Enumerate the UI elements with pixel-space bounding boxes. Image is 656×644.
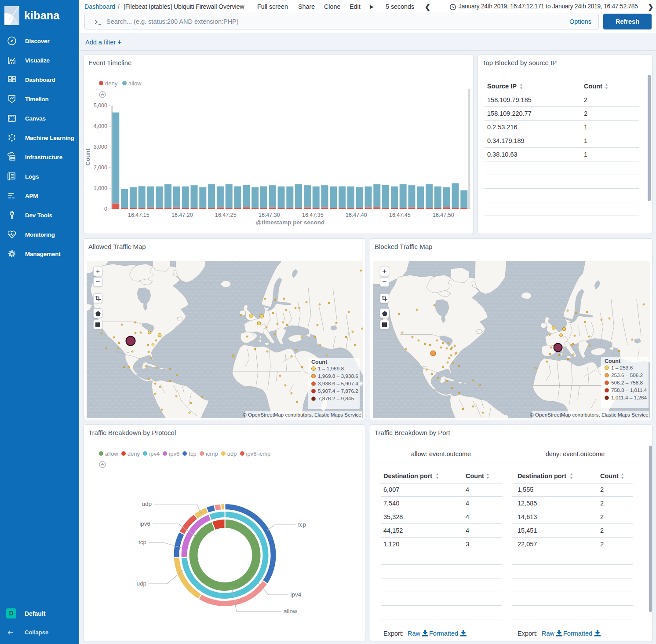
svg-text:Count: Count: [84, 148, 91, 165]
svg-text:0: 0: [104, 206, 107, 212]
svg-text:udp: udp: [142, 501, 152, 507]
svg-text:tcp: tcp: [298, 521, 306, 528]
svg-text:Destination port: Destination port: [383, 472, 432, 479]
svg-text:1,120: 1,120: [383, 541, 399, 548]
svg-text:Destination port: Destination port: [518, 472, 566, 479]
svg-text:Raw: Raw: [408, 630, 421, 637]
svg-text:158.109.79.185: 158.109.79.185: [487, 96, 532, 103]
svg-text:0.34.179.189: 0.34.179.189: [487, 137, 525, 144]
svg-text:253.6 – 506.2: 253.6 – 506.2: [611, 372, 643, 378]
svg-text:1: 1: [584, 124, 587, 131]
svg-text:1,969.8 – 3,938.6: 1,969.8 – 3,938.6: [318, 373, 358, 379]
svg-text:2: 2: [600, 486, 604, 493]
svg-text:Count: Count: [600, 472, 619, 479]
svg-text:6,007: 6,007: [383, 486, 399, 493]
svg-text:Count: Count: [466, 472, 484, 479]
svg-text:Source IP: Source IP: [487, 83, 517, 90]
svg-text:16:47:45: 16:47:45: [389, 212, 411, 218]
svg-text:1: 1: [584, 151, 587, 158]
svg-text:22,057: 22,057: [518, 541, 537, 548]
svg-text:4: 4: [466, 527, 469, 534]
svg-text:7,876.2 – 9,845: 7,876.2 – 9,845: [318, 395, 354, 402]
svg-text:506.2 – 758.8: 506.2 – 758.8: [611, 380, 643, 386]
svg-text:16:47:20: 16:47:20: [171, 212, 193, 218]
svg-text:udp: udp: [136, 580, 146, 587]
svg-text:4,000: 4,000: [94, 123, 107, 129]
svg-text:2: 2: [600, 541, 604, 548]
svg-text:44,152: 44,152: [383, 527, 403, 534]
svg-text:2: 2: [600, 527, 604, 534]
svg-text:Raw: Raw: [542, 630, 555, 637]
svg-text:1,011.4 – 1,264: 1,011.4 – 1,264: [611, 395, 647, 401]
svg-text:Count: Count: [605, 358, 621, 364]
svg-text:5,907.4 – 7,876.2: 5,907.4 – 7,876.2: [318, 388, 358, 394]
svg-text:1 – 1,969.8: 1 – 1,969.8: [318, 366, 344, 372]
svg-text:ipv6: ipv6: [139, 520, 150, 527]
svg-text:Formatted: Formatted: [429, 630, 458, 637]
svg-text:2: 2: [584, 110, 587, 117]
svg-text:@timestamp per second: @timestamp per second: [256, 219, 324, 226]
svg-text:allow: event.outcome: allow: event.outcome: [411, 450, 471, 457]
svg-text:16:47:40: 16:47:40: [346, 212, 367, 218]
svg-text:© OpenStreetMap contributors,: © OpenStreetMap contributors, Elastic Ma…: [243, 412, 361, 417]
svg-text:1: 1: [584, 137, 587, 144]
svg-text:3,938.6 – 5,907.4: 3,938.6 – 5,907.4: [318, 381, 358, 387]
svg-text:allow: allow: [284, 608, 297, 615]
svg-text:1,555: 1,555: [518, 486, 533, 493]
svg-text:Formatted: Formatted: [563, 630, 592, 637]
svg-text:3,000: 3,000: [94, 144, 107, 150]
svg-text:Export:: Export:: [383, 630, 404, 637]
svg-text:158.109.220.77: 158.109.220.77: [487, 110, 532, 117]
svg-text:16:47:35: 16:47:35: [302, 212, 324, 218]
svg-text:Count: Count: [311, 359, 328, 365]
svg-text:Count: Count: [584, 83, 602, 90]
svg-text:7,540: 7,540: [383, 500, 399, 507]
svg-text:5,000: 5,000: [94, 102, 107, 109]
svg-text:deny: event.outcome: deny: event.outcome: [546, 450, 605, 457]
svg-text:0.38.10.63: 0.38.10.63: [487, 151, 518, 158]
svg-text:Export:: Export:: [518, 630, 538, 637]
svg-text:tcp: tcp: [138, 539, 146, 545]
svg-text:35,328: 35,328: [383, 513, 403, 520]
svg-text:2: 2: [600, 500, 604, 507]
svg-text:2: 2: [600, 513, 604, 520]
svg-text:16:47:50: 16:47:50: [433, 212, 454, 218]
svg-text:ipv4: ipv4: [291, 591, 302, 598]
svg-text:16:47:30: 16:47:30: [259, 212, 280, 218]
svg-text:12,585: 12,585: [518, 500, 537, 507]
svg-text:4: 4: [466, 500, 469, 507]
svg-text:4: 4: [466, 486, 469, 493]
svg-text:2,000: 2,000: [94, 165, 107, 171]
svg-text:1 – 253.6: 1 – 253.6: [611, 365, 633, 371]
svg-text:16:47:15: 16:47:15: [128, 212, 149, 218]
svg-text:3: 3: [466, 541, 469, 548]
svg-text:0.2.53.216: 0.2.53.216: [487, 124, 518, 131]
svg-text:2: 2: [584, 96, 587, 103]
svg-text:1,000: 1,000: [94, 185, 107, 191]
svg-text:16:47:25: 16:47:25: [215, 212, 237, 218]
svg-text:14,613: 14,613: [518, 513, 537, 520]
svg-text:758.8 – 1,011.4: 758.8 – 1,011.4: [611, 387, 647, 393]
svg-text:4: 4: [466, 513, 469, 520]
svg-text:© OpenStreetMap contributors,: © OpenStreetMap contributors, Elastic Ma…: [530, 412, 648, 417]
svg-text:15,451: 15,451: [518, 527, 537, 534]
